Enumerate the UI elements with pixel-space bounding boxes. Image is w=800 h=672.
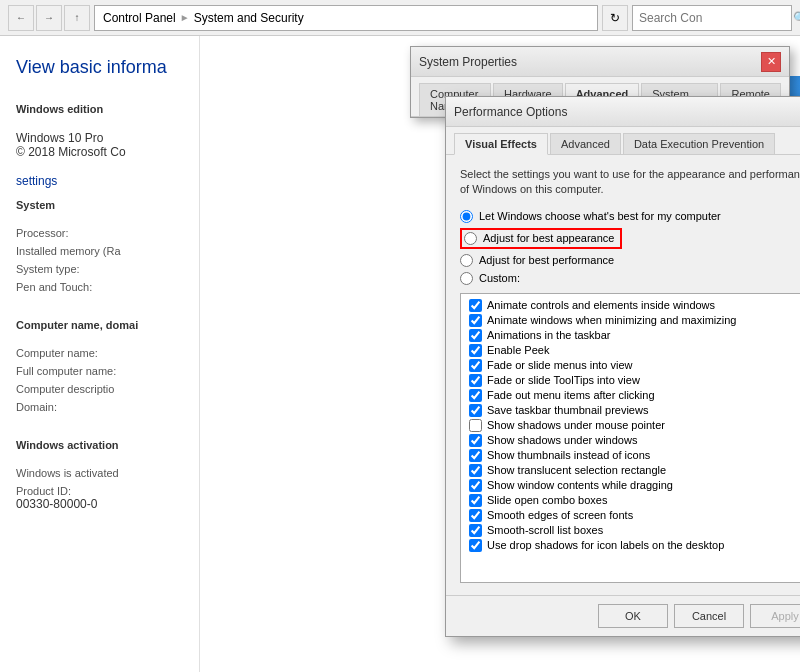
search-input[interactable] <box>639 11 789 25</box>
pen-touch-label: Pen and Touch: <box>16 281 183 293</box>
tab-dep[interactable]: Data Execution Prevention <box>623 133 775 154</box>
windows-version: Windows 10 Pro <box>16 131 183 145</box>
checkbox-item-16[interactable]: Use drop shadows for icon labels on the … <box>465 538 800 553</box>
breadcrumb-control-panel[interactable]: Control Panel <box>103 11 176 25</box>
radio-option-1[interactable]: Let Windows choose what's best for my co… <box>460 210 800 223</box>
checkbox-input-3[interactable] <box>469 344 482 357</box>
checkbox-item-10[interactable]: Show thumbnails instead of icons <box>465 448 800 463</box>
activation-section-label: Windows activation <box>0 431 199 455</box>
main-content: View basic informa Windows edition Windo… <box>0 36 800 672</box>
product-id-row: Product ID: 00330-80000-0 <box>16 485 183 511</box>
checkbox-item-3[interactable]: Enable Peek <box>465 343 800 358</box>
address-bar: ← → ↑ Control Panel ► System and Securit… <box>0 0 800 36</box>
tab-advanced-perf[interactable]: Advanced <box>550 133 621 154</box>
ok-button[interactable]: OK <box>598 604 668 628</box>
computer-info: Computer name: Full computer name: Compu… <box>0 335 199 431</box>
windows-edition-info: Windows 10 Pro © 2018 Microsoft Co <box>0 119 199 171</box>
checkbox-input-7[interactable] <box>469 404 482 417</box>
checkbox-input-0[interactable] <box>469 299 482 312</box>
radio-label-4: Custom: <box>479 272 520 284</box>
settings-link[interactable]: settings <box>0 171 199 191</box>
checkbox-item-14[interactable]: Smooth edges of screen fonts <box>465 508 800 523</box>
breadcrumb: Control Panel ► System and Security <box>94 5 598 31</box>
product-id-label: Product ID: <box>16 485 183 497</box>
checkbox-input-6[interactable] <box>469 389 482 402</box>
checkbox-input-12[interactable] <box>469 479 482 492</box>
checkbox-input-2[interactable] <box>469 329 482 342</box>
checkbox-item-13[interactable]: Slide open combo boxes <box>465 493 800 508</box>
right-content: Windo System Properties ✕ Computer Name … <box>200 36 800 672</box>
checkbox-label-0: Animate controls and elements inside win… <box>487 299 715 311</box>
checkbox-input-11[interactable] <box>469 464 482 477</box>
radio-option-3[interactable]: Adjust for best performance <box>460 254 800 267</box>
system-info: Processor: Installed memory (Ra System t… <box>0 215 199 311</box>
checkbox-input-1[interactable] <box>469 314 482 327</box>
forward-button[interactable]: → <box>36 5 62 31</box>
checkbox-input-9[interactable] <box>469 434 482 447</box>
checkbox-input-15[interactable] <box>469 524 482 537</box>
back-button[interactable]: ← <box>8 5 34 31</box>
radio-label-2: Adjust for best appearance <box>483 232 614 244</box>
sys-props-close-button[interactable]: ✕ <box>761 52 781 72</box>
up-button[interactable]: ↑ <box>64 5 90 31</box>
perf-tab-bar: Visual Effects Advanced Data Execution P… <box>446 127 800 155</box>
radio-label-1: Let Windows choose what's best for my co… <box>479 210 721 222</box>
checkbox-input-4[interactable] <box>469 359 482 372</box>
radio-label-3: Adjust for best performance <box>479 254 614 266</box>
visual-effects-list[interactable]: Animate controls and elements inside win… <box>460 293 800 583</box>
checkbox-input-8[interactable] <box>469 419 482 432</box>
system-type-label: System type: <box>16 263 183 275</box>
computer-section-label: Computer name, domai <box>0 311 199 335</box>
checkbox-input-16[interactable] <box>469 539 482 552</box>
sys-props-title: System Properties <box>419 55 517 69</box>
checkbox-label-5: Fade or slide ToolTips into view <box>487 374 640 386</box>
checkbox-label-15: Smooth-scroll list boxes <box>487 524 603 536</box>
cancel-button[interactable]: Cancel <box>674 604 744 628</box>
checkbox-item-11[interactable]: Show translucent selection rectangle <box>465 463 800 478</box>
computer-name-row: Computer name: <box>16 347 183 359</box>
checkbox-item-8[interactable]: Show shadows under mouse pointer <box>465 418 800 433</box>
checkbox-input-5[interactable] <box>469 374 482 387</box>
checkbox-item-6[interactable]: Fade out menu items after clicking <box>465 388 800 403</box>
checkbox-item-7[interactable]: Save taskbar thumbnail previews <box>465 403 800 418</box>
refresh-button[interactable]: ↻ <box>602 5 628 31</box>
breadcrumb-system-security[interactable]: System and Security <box>194 11 304 25</box>
checkbox-item-5[interactable]: Fade or slide ToolTips into view <box>465 373 800 388</box>
domain-label: Domain: <box>16 401 183 413</box>
checkbox-input-10[interactable] <box>469 449 482 462</box>
search-box: 🔍 <box>632 5 792 31</box>
perf-content: Select the settings you want to use for … <box>446 155 800 595</box>
checkbox-input-14[interactable] <box>469 509 482 522</box>
nav-buttons: ← → ↑ <box>8 5 90 31</box>
memory-row: Installed memory (Ra <box>16 245 183 257</box>
checkbox-item-0[interactable]: Animate controls and elements inside win… <box>465 298 800 313</box>
activation-info: Windows is activated Product ID: 00330-8… <box>0 455 199 529</box>
radio-option-2[interactable]: Adjust for best appearance <box>460 228 800 249</box>
checkbox-label-13: Slide open combo boxes <box>487 494 607 506</box>
radio-input-4[interactable] <box>460 272 473 285</box>
checkbox-item-15[interactable]: Smooth-scroll list boxes <box>465 523 800 538</box>
apply-button[interactable]: Apply <box>750 604 800 628</box>
checkbox-label-6: Fade out menu items after clicking <box>487 389 655 401</box>
checkbox-item-1[interactable]: Animate windows when minimizing and maxi… <box>465 313 800 328</box>
radio-input-1[interactable] <box>460 210 473 223</box>
checkbox-item-4[interactable]: Fade or slide menus into view <box>465 358 800 373</box>
page-title: View basic informa <box>0 48 199 95</box>
checkbox-item-9[interactable]: Show shadows under windows <box>465 433 800 448</box>
perf-titlebar: Performance Options ✕ <box>446 97 800 127</box>
radio-input-3[interactable] <box>460 254 473 267</box>
full-computer-name-label: Full computer name: <box>16 365 183 377</box>
checkbox-item-2[interactable]: Animations in the taskbar <box>465 328 800 343</box>
radio-input-2[interactable] <box>464 232 477 245</box>
processor-row: Processor: <box>16 227 183 239</box>
performance-options-dialog: Performance Options ✕ Visual Effects Adv… <box>445 96 800 637</box>
domain-row: Domain: <box>16 401 183 413</box>
radio-option-4[interactable]: Custom: <box>460 272 800 285</box>
tab-visual-effects[interactable]: Visual Effects <box>454 133 548 155</box>
system-type-row: System type: <box>16 263 183 275</box>
checkbox-item-12[interactable]: Show window contents while dragging <box>465 478 800 493</box>
perf-description: Select the settings you want to use for … <box>460 167 800 198</box>
checkbox-input-13[interactable] <box>469 494 482 507</box>
computer-desc-row: Computer descriptio <box>16 383 183 395</box>
activated-row: Windows is activated <box>16 467 183 479</box>
